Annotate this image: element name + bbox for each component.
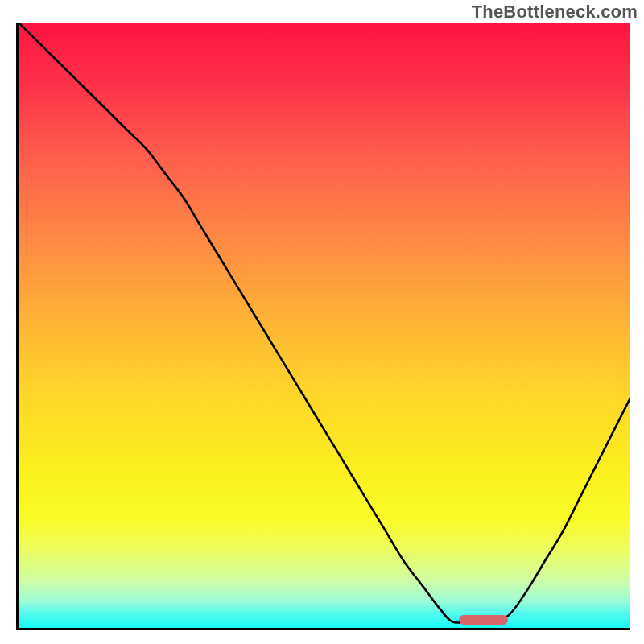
minimum-marker bbox=[459, 615, 508, 625]
chart-stage: TheBottleneck.com bbox=[0, 0, 644, 644]
bottleneck-curve bbox=[19, 23, 630, 623]
site-watermark: TheBottleneck.com bbox=[472, 2, 638, 23]
curve-layer bbox=[19, 23, 630, 628]
plot-area bbox=[16, 23, 630, 630]
